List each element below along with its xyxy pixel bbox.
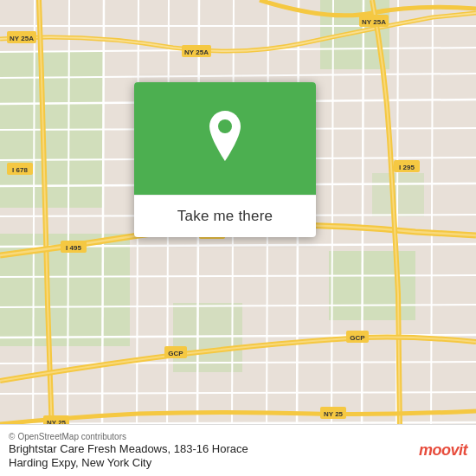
svg-text:I 295: I 295: [399, 164, 415, 171]
svg-rect-4: [329, 251, 415, 320]
svg-text:I 678: I 678: [12, 166, 28, 174]
moovit-logo: moovit: [415, 438, 467, 464]
svg-text:NY 25A: NY 25A: [362, 18, 386, 26]
take-me-there-button[interactable]: Take me there: [177, 208, 273, 225]
svg-text:I 495: I 495: [66, 244, 81, 252]
svg-text:NY 25A: NY 25A: [10, 35, 34, 42]
card-map-section: [134, 82, 316, 195]
location-name-line2: Harding Expy, New York City: [9, 456, 415, 469]
moovit-text: moovit: [419, 441, 467, 460]
svg-text:NY 25A: NY 25A: [184, 48, 209, 56]
svg-text:GCP: GCP: [350, 334, 365, 342]
copyright-icon: ©: [9, 432, 15, 441]
location-name-line1: Brightstar Care Fresh Meadows, 183-16 Ho…: [9, 442, 415, 455]
map-roads: NY 25A NY 25A NY 25A I 678 I 495 I 495 I…: [0, 0, 476, 476]
location-pin-icon: [204, 111, 246, 167]
osm-credit: © OpenStreetMap contributors: [9, 432, 415, 441]
bottom-bar: © OpenStreetMap contributors Brightstar …: [0, 424, 476, 476]
svg-point-57: [218, 119, 232, 133]
location-card: Take me there: [134, 82, 316, 237]
bottom-info: © OpenStreetMap contributors Brightstar …: [9, 432, 415, 469]
svg-text:GCP: GCP: [168, 350, 183, 357]
map-container: NY 25A NY 25A NY 25A I 678 I 495 I 495 I…: [0, 0, 476, 476]
svg-text:NY 25: NY 25: [324, 410, 344, 418]
osm-credit-text: OpenStreetMap contributors: [17, 432, 126, 441]
card-button-section[interactable]: Take me there: [134, 195, 316, 237]
